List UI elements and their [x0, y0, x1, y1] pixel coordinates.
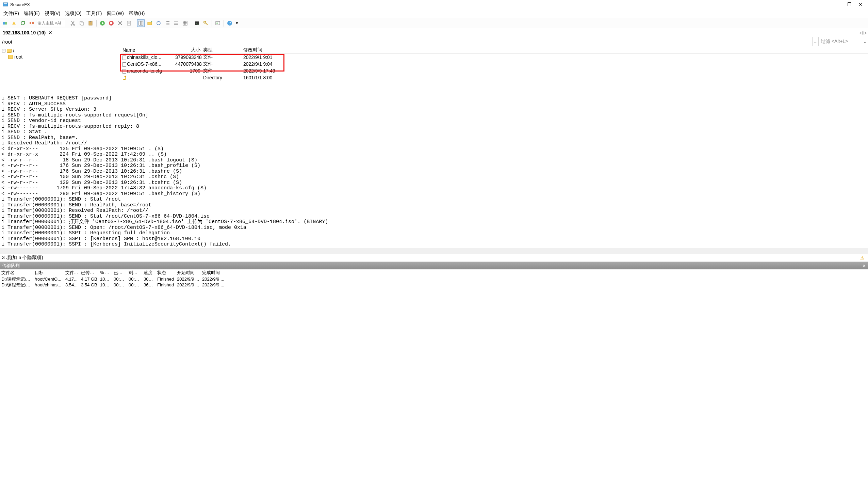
col-status[interactable]: 状态: [156, 269, 176, 276]
tree-label: root: [14, 54, 22, 60]
col-end[interactable]: 完成时间: [201, 269, 226, 276]
col-type[interactable]: 类型: [202, 47, 242, 53]
svg-rect-2: [3, 22, 5, 24]
svg-rect-27: [167, 23, 169, 23]
reconnect-icon[interactable]: [19, 19, 27, 27]
dropdown-arrow-icon[interactable]: ▾: [235, 19, 239, 27]
svg-rect-12: [90, 21, 91, 22]
up-folder-icon: ⮥: [123, 75, 127, 80]
col-size[interactable]: 大小: [174, 47, 202, 53]
col-filesize[interactable]: 文件...: [64, 269, 80, 276]
log-scrollbar-h[interactable]: [0, 248, 868, 254]
queue-title: 传输队列: [2, 263, 20, 269]
tab-label: 192.168.100.10 (10): [3, 30, 45, 36]
quick-connect-icon[interactable]: [10, 19, 18, 27]
app-icon: [3, 2, 8, 7]
menu-window[interactable]: 窗口(W): [104, 10, 126, 17]
svg-rect-26: [167, 21, 169, 22]
file-icon: [123, 69, 126, 73]
tree-root[interactable]: − /: [2, 48, 119, 54]
paste-icon[interactable]: [87, 19, 94, 27]
menubar: 文件(F) 编辑(E) 视图(V) 选项(O) 工具(T) 窗口(W) 帮助(H…: [0, 9, 868, 18]
path-bar: /root ⌄ 过滤 <Alt+L> ⌄: [0, 37, 868, 46]
new-folder-icon[interactable]: +: [146, 19, 154, 27]
delete-icon[interactable]: [116, 19, 124, 27]
list-item[interactable]: ⮥.. Directory 1601/1/1 8:00: [121, 74, 868, 81]
queue-row[interactable]: D:\课程笔记\op... /root/chinas... 3.54... 3.…: [0, 282, 868, 288]
folder-icon: [8, 55, 13, 59]
minimize-button[interactable]: —: [836, 2, 840, 7]
tree-child[interactable]: root: [8, 54, 119, 60]
svg-rect-0: [3, 3, 8, 6]
svg-rect-10: [81, 22, 83, 25]
app-title: SecureFX: [10, 2, 836, 7]
filter-input[interactable]: 过滤 <Alt+L>: [818, 37, 862, 46]
svg-text:?: ?: [229, 21, 231, 25]
log-pane[interactable]: i SENT : USERAUTH_REQUEST [password] i R…: [0, 95, 868, 248]
properties-icon[interactable]: [125, 19, 133, 27]
svg-rect-5: [30, 22, 31, 24]
col-start[interactable]: 开始时间: [176, 269, 201, 276]
col-filename[interactable]: 文件名: [0, 269, 33, 276]
svg-rect-28: [167, 24, 169, 25]
svg-rect-19: [139, 21, 141, 25]
menu-edit[interactable]: 编辑(E): [22, 10, 42, 17]
col-date[interactable]: 修改时间: [242, 47, 310, 53]
maximize-button[interactable]: ❐: [847, 2, 852, 7]
queue-columns[interactable]: 文件名 目标 文件... 已传输... % ... 已用... 剩余... 速度…: [0, 269, 868, 276]
menu-options[interactable]: 选项(O): [63, 10, 83, 17]
menu-tools[interactable]: 工具(T): [84, 10, 104, 17]
list-item[interactable]: anaconda-ks.cfg 1709 文件 2022/9/9 17:43: [121, 68, 868, 74]
collapse-icon[interactable]: −: [2, 49, 6, 52]
menu-file[interactable]: 文件(F): [1, 10, 21, 17]
session-tab[interactable]: 192.168.100.10 (10) ✕: [0, 29, 55, 37]
directory-tree[interactable]: − / root: [0, 46, 121, 95]
file-icon: [123, 56, 126, 60]
queue-close-icon[interactable]: ✕: [862, 263, 866, 268]
terminal-icon[interactable]: >_: [193, 19, 201, 27]
queue-row[interactable]: D:\课程笔记\op... /root/CentO... 4.17... 4.1…: [0, 276, 868, 282]
cut-icon[interactable]: [69, 19, 76, 27]
col-percent[interactable]: % ...: [99, 270, 112, 275]
filter-dropdown-icon[interactable]: ⌄: [862, 37, 868, 46]
menu-view[interactable]: 视图(V): [42, 10, 63, 17]
close-button[interactable]: ✕: [858, 2, 862, 7]
options-icon[interactable]: [214, 19, 221, 27]
host-input[interactable]: [37, 20, 65, 27]
disconnect-icon[interactable]: [28, 19, 35, 27]
path-input[interactable]: /root: [0, 38, 812, 45]
layout-split-icon[interactable]: [137, 19, 145, 27]
connect-icon[interactable]: [1, 19, 9, 27]
play-icon[interactable]: [99, 19, 106, 27]
tab-nav-arrows[interactable]: ◁ ▷: [859, 30, 867, 35]
svg-point-42: [216, 22, 218, 24]
list-header[interactable]: Name 大小 类型 修改时间: [121, 46, 868, 54]
tree-view-icon[interactable]: [164, 19, 171, 27]
svg-text:>_: >_: [196, 22, 199, 25]
key-icon[interactable]: [202, 19, 210, 27]
list-item[interactable]: CentOS-7-x86... 4470079488 文件 2022/9/1 9…: [121, 61, 868, 68]
col-elapsed[interactable]: 已用...: [112, 269, 127, 276]
svg-rect-20: [141, 21, 143, 25]
main-split: − / root Name 大小 类型 修改时间 chinaskills_clo…: [0, 46, 868, 95]
list-item[interactable]: chinaskills_clo... 3799093248 文件 2022/9/…: [121, 54, 868, 61]
list-view-icon[interactable]: [173, 19, 180, 27]
col-transferred[interactable]: 已传输...: [80, 269, 99, 276]
col-remaining[interactable]: 剩余...: [127, 269, 142, 276]
svg-rect-32: [183, 21, 187, 25]
stop-icon[interactable]: [107, 19, 115, 27]
status-text: 3 项(加 6 个隐藏项): [2, 255, 43, 261]
window-controls: — ❐ ✕: [836, 2, 862, 7]
copy-icon[interactable]: [78, 19, 85, 27]
detail-view-icon[interactable]: [182, 19, 189, 27]
menu-help[interactable]: 帮助(H): [126, 10, 147, 17]
col-name[interactable]: Name: [121, 47, 174, 53]
warning-icon: ⚠: [860, 255, 865, 261]
tab-bar: 192.168.100.10 (10) ✕ ◁ ▷: [0, 28, 868, 37]
path-dropdown-icon[interactable]: ⌄: [812, 37, 818, 46]
sync-icon[interactable]: [155, 19, 162, 27]
tab-close-icon[interactable]: ✕: [48, 30, 52, 36]
help-icon[interactable]: ?: [226, 19, 234, 27]
col-speed[interactable]: 速度: [142, 269, 156, 276]
col-destination[interactable]: 目标: [33, 269, 64, 276]
